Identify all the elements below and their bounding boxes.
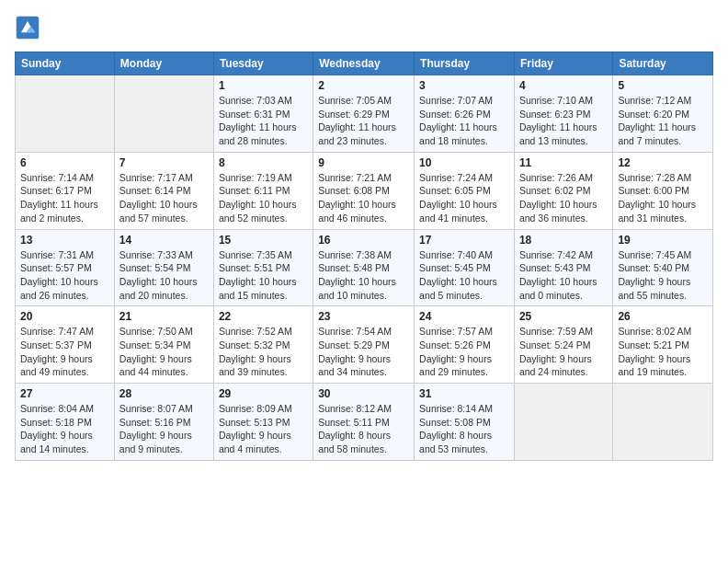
day-info: Sunrise: 7:42 AMSunset: 5:43 PMDaylight:… — [519, 248, 608, 303]
day-number: 30 — [318, 387, 409, 400]
day-number: 11 — [519, 156, 608, 169]
day-cell: 14Sunrise: 7:33 AMSunset: 5:54 PMDayligh… — [114, 229, 213, 306]
day-cell: 26Sunrise: 8:02 AMSunset: 5:21 PMDayligh… — [613, 306, 713, 384]
day-number: 9 — [318, 156, 409, 169]
day-info: Sunrise: 7:12 AMSunset: 6:20 PMDaylight:… — [618, 94, 708, 148]
day-info: Sunrise: 7:19 AMSunset: 6:11 PMDaylight:… — [219, 171, 308, 225]
day-info: Sunrise: 8:04 AMSunset: 5:18 PMDaylight:… — [20, 402, 109, 456]
day-info: Sunrise: 8:14 AMSunset: 5:08 PMDaylight:… — [419, 402, 509, 456]
logo — [15, 15, 44, 40]
day-cell: 18Sunrise: 7:42 AMSunset: 5:43 PMDayligh… — [514, 229, 612, 306]
day-info: Sunrise: 7:52 AMSunset: 5:32 PMDaylight:… — [219, 325, 308, 379]
header-row: SundayMondayTuesdayWednesdayThursdayFrid… — [16, 52, 713, 75]
day-number: 17 — [419, 234, 509, 247]
day-info: Sunrise: 8:09 AMSunset: 5:13 PMDaylight:… — [219, 402, 308, 456]
day-number: 1 — [219, 79, 308, 92]
day-number: 7 — [119, 156, 209, 169]
day-info: Sunrise: 7:24 AMSunset: 6:05 PMDaylight:… — [419, 171, 509, 225]
day-number: 2 — [318, 79, 409, 92]
day-info: Sunrise: 7:10 AMSunset: 6:23 PMDaylight:… — [519, 94, 608, 148]
day-number: 31 — [419, 387, 509, 400]
day-cell: 19Sunrise: 7:45 AMSunset: 5:40 PMDayligh… — [613, 229, 713, 306]
day-cell — [114, 75, 213, 153]
week-row-3: 13Sunrise: 7:31 AMSunset: 5:57 PMDayligh… — [16, 229, 713, 306]
day-cell: 29Sunrise: 8:09 AMSunset: 5:13 PMDayligh… — [213, 384, 313, 461]
day-number: 21 — [119, 310, 209, 323]
col-header-saturday: Saturday — [613, 52, 713, 75]
day-info: Sunrise: 7:33 AMSunset: 5:54 PMDaylight:… — [119, 248, 209, 303]
day-cell: 22Sunrise: 7:52 AMSunset: 5:32 PMDayligh… — [213, 306, 313, 384]
day-cell — [514, 384, 612, 461]
day-cell: 5Sunrise: 7:12 AMSunset: 6:20 PMDaylight… — [613, 75, 713, 153]
day-info: Sunrise: 7:45 AMSunset: 5:40 PMDaylight:… — [618, 248, 708, 303]
day-number: 10 — [419, 156, 509, 169]
day-cell — [613, 384, 713, 461]
calendar-table: SundayMondayTuesdayWednesdayThursdayFrid… — [15, 52, 713, 461]
day-cell: 25Sunrise: 7:59 AMSunset: 5:24 PMDayligh… — [514, 306, 612, 384]
day-cell: 30Sunrise: 8:12 AMSunset: 5:11 PMDayligh… — [313, 384, 415, 461]
day-cell: 20Sunrise: 7:47 AMSunset: 5:37 PMDayligh… — [16, 306, 115, 384]
calendar-header: SundayMondayTuesdayWednesdayThursdayFrid… — [16, 52, 713, 75]
day-cell: 13Sunrise: 7:31 AMSunset: 5:57 PMDayligh… — [16, 229, 115, 306]
day-cell: 16Sunrise: 7:38 AMSunset: 5:48 PMDayligh… — [313, 229, 415, 306]
day-cell: 7Sunrise: 7:17 AMSunset: 6:14 PMDaylight… — [114, 152, 213, 229]
day-number: 15 — [219, 234, 308, 247]
day-number: 16 — [318, 234, 409, 247]
day-info: Sunrise: 7:35 AMSunset: 5:51 PMDaylight:… — [219, 248, 308, 303]
day-number: 24 — [419, 310, 509, 323]
day-info: Sunrise: 7:47 AMSunset: 5:37 PMDaylight:… — [20, 325, 109, 379]
day-info: Sunrise: 7:03 AMSunset: 6:31 PMDaylight:… — [219, 94, 308, 148]
day-cell: 9Sunrise: 7:21 AMSunset: 6:08 PMDaylight… — [313, 152, 415, 229]
week-row-1: 1Sunrise: 7:03 AMSunset: 6:31 PMDaylight… — [16, 75, 713, 153]
day-cell: 23Sunrise: 7:54 AMSunset: 5:29 PMDayligh… — [313, 306, 415, 384]
day-number: 26 — [618, 310, 708, 323]
col-header-sunday: Sunday — [16, 52, 115, 75]
day-info: Sunrise: 7:28 AMSunset: 6:00 PMDaylight:… — [618, 171, 708, 225]
day-number: 4 — [519, 79, 608, 92]
day-cell: 4Sunrise: 7:10 AMSunset: 6:23 PMDaylight… — [514, 75, 612, 153]
day-number: 23 — [318, 310, 409, 323]
day-cell: 15Sunrise: 7:35 AMSunset: 5:51 PMDayligh… — [213, 229, 313, 306]
day-info: Sunrise: 8:12 AMSunset: 5:11 PMDaylight:… — [318, 402, 409, 456]
calendar-body: 1Sunrise: 7:03 AMSunset: 6:31 PMDaylight… — [16, 75, 713, 461]
day-number: 13 — [20, 234, 109, 247]
col-header-wednesday: Wednesday — [313, 52, 415, 75]
day-info: Sunrise: 7:21 AMSunset: 6:08 PMDaylight:… — [318, 171, 409, 225]
day-number: 27 — [20, 387, 109, 400]
day-number: 6 — [20, 156, 109, 169]
week-row-5: 27Sunrise: 8:04 AMSunset: 5:18 PMDayligh… — [16, 384, 713, 461]
col-header-friday: Friday — [514, 52, 612, 75]
day-info: Sunrise: 7:17 AMSunset: 6:14 PMDaylight:… — [119, 171, 209, 225]
day-cell: 10Sunrise: 7:24 AMSunset: 6:05 PMDayligh… — [415, 152, 515, 229]
day-number: 5 — [618, 79, 708, 92]
day-number: 28 — [119, 387, 209, 400]
day-number: 19 — [618, 234, 708, 247]
week-row-2: 6Sunrise: 7:14 AMSunset: 6:17 PMDaylight… — [16, 152, 713, 229]
day-info: Sunrise: 7:07 AMSunset: 6:26 PMDaylight:… — [419, 94, 509, 148]
day-number: 3 — [419, 79, 509, 92]
day-cell — [16, 75, 115, 153]
day-cell: 21Sunrise: 7:50 AMSunset: 5:34 PMDayligh… — [114, 306, 213, 384]
day-number: 8 — [219, 156, 308, 169]
page-header — [15, 15, 713, 40]
day-cell: 31Sunrise: 8:14 AMSunset: 5:08 PMDayligh… — [415, 384, 515, 461]
day-cell: 6Sunrise: 7:14 AMSunset: 6:17 PMDaylight… — [16, 152, 115, 229]
logo-icon — [15, 15, 40, 40]
day-cell: 3Sunrise: 7:07 AMSunset: 6:26 PMDaylight… — [415, 75, 515, 153]
day-number: 12 — [618, 156, 708, 169]
day-number: 20 — [20, 310, 109, 323]
day-number: 25 — [519, 310, 608, 323]
day-number: 22 — [219, 310, 308, 323]
day-info: Sunrise: 8:07 AMSunset: 5:16 PMDaylight:… — [119, 402, 209, 456]
day-info: Sunrise: 8:02 AMSunset: 5:21 PMDaylight:… — [618, 325, 708, 379]
day-info: Sunrise: 7:54 AMSunset: 5:29 PMDaylight:… — [318, 325, 409, 379]
day-info: Sunrise: 7:38 AMSunset: 5:48 PMDaylight:… — [318, 248, 409, 303]
day-cell: 11Sunrise: 7:26 AMSunset: 6:02 PMDayligh… — [514, 152, 612, 229]
day-cell: 2Sunrise: 7:05 AMSunset: 6:29 PMDaylight… — [313, 75, 415, 153]
day-info: Sunrise: 7:59 AMSunset: 5:24 PMDaylight:… — [519, 325, 608, 379]
col-header-tuesday: Tuesday — [213, 52, 313, 75]
day-number: 29 — [219, 387, 308, 400]
day-number: 14 — [119, 234, 209, 247]
day-info: Sunrise: 7:40 AMSunset: 5:45 PMDaylight:… — [419, 248, 509, 303]
day-cell: 28Sunrise: 8:07 AMSunset: 5:16 PMDayligh… — [114, 384, 213, 461]
